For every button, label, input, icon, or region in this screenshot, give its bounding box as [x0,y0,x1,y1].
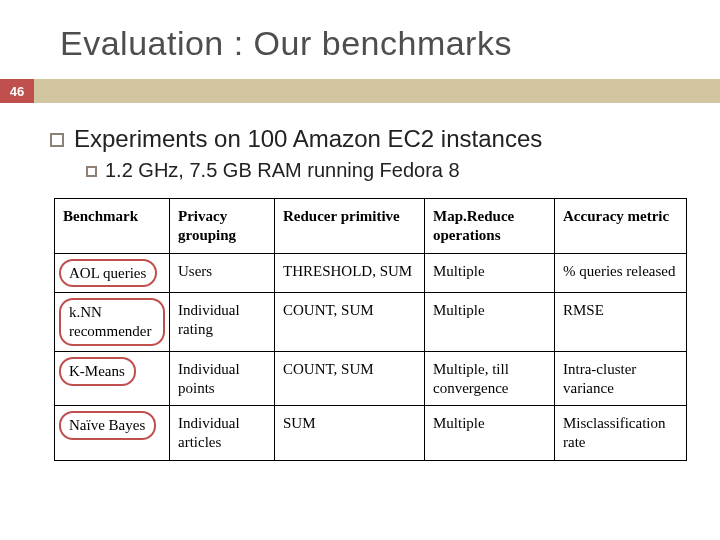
cell-reducer: SUM [275,406,425,461]
col-header-benchmark: Benchmark [55,199,170,254]
cell-mapreduce: Multiple [425,406,555,461]
highlight-capsule: Naïve Bayes [59,411,156,440]
bullet-level-1: Experiments on 100 Amazon EC2 instances [50,125,692,153]
highlight-capsule: K-Means [59,357,136,386]
cell-privacy: Individual articles [170,406,275,461]
square-bullet-icon [86,166,97,177]
cell-benchmark: K-Means [55,351,170,406]
cell-accuracy: Misclassification rate [555,406,687,461]
cell-benchmark: Naïve Bayes [55,406,170,461]
accent-bar-fill [34,79,720,103]
slide: Evaluation : Our benchmarks 46 Experimen… [0,0,720,540]
accent-bar: 46 [0,79,720,103]
table-row: K-Means Individual points COUNT, SUM Mul… [55,351,687,406]
cell-accuracy: RMSE [555,293,687,352]
cell-privacy: Individual points [170,351,275,406]
table-row: Naïve Bayes Individual articles SUM Mult… [55,406,687,461]
bullet-level-2: 1.2 GHz, 7.5 GB RAM running Fedora 8 [86,159,692,182]
highlight-capsule: k.NN recommender [59,298,165,346]
cell-accuracy: Intra-cluster variance [555,351,687,406]
cell-benchmark: AOL queries [55,253,170,293]
col-header-privacy: Privacy grouping [170,199,275,254]
cell-mapreduce: Multiple [425,253,555,293]
table-row: AOL queries Users THRESHOLD, SUM Multipl… [55,253,687,293]
square-bullet-icon [50,133,64,147]
cell-privacy: Individual rating [170,293,275,352]
slide-number-badge: 46 [0,79,34,103]
cell-mapreduce: Multiple [425,293,555,352]
cell-reducer: THRESHOLD, SUM [275,253,425,293]
cell-reducer: COUNT, SUM [275,351,425,406]
bullet-2-text: 1.2 GHz, 7.5 GB RAM running Fedora 8 [105,159,460,182]
cell-reducer: COUNT, SUM [275,293,425,352]
col-header-accuracy: Accuracy metric [555,199,687,254]
cell-accuracy: % queries released [555,253,687,293]
table-row: k.NN recommender Individual rating COUNT… [55,293,687,352]
col-header-mapreduce: Map.Reduce operations [425,199,555,254]
col-header-reducer: Reducer primitive [275,199,425,254]
slide-title: Evaluation : Our benchmarks [0,0,720,79]
slide-body: Experiments on 100 Amazon EC2 instances … [0,103,720,461]
highlight-capsule: AOL queries [59,259,157,288]
cell-benchmark: k.NN recommender [55,293,170,352]
cell-mapreduce: Multiple, till convergence [425,351,555,406]
table-header-row: Benchmark Privacy grouping Reducer primi… [55,199,687,254]
cell-privacy: Users [170,253,275,293]
benchmark-table: Benchmark Privacy grouping Reducer primi… [54,198,687,461]
bullet-1-text: Experiments on 100 Amazon EC2 instances [74,125,542,153]
